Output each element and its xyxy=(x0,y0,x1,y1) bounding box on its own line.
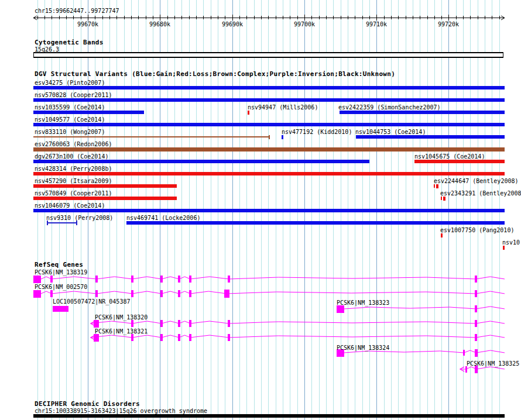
refseq-exon-box[interactable] xyxy=(475,349,478,357)
decipher-section-title: DECIPHER Genomic Disorders xyxy=(35,401,140,408)
dgv-variant-label: nsv1046079 (Coe2014) xyxy=(35,202,105,209)
dgv-variant-label: nsv1044753 (Coe2014) xyxy=(355,129,426,136)
dgv-variant-label: nsv428314 (Perry2008b) xyxy=(35,166,112,173)
dgv-variant-endcap[interactable] xyxy=(269,135,270,139)
ruler-tick-label: 99670k xyxy=(77,21,98,28)
dgv-variant-label: nsv457290 (Itsara2009) xyxy=(35,178,112,185)
dgv-variant-label: nsv10 xyxy=(502,239,520,246)
refseq-gene-label: LOC100507472|NR_045387 xyxy=(53,298,130,305)
dgv-section-title: DGV Structural Variants (Blue:Gain;Red:L… xyxy=(35,71,395,78)
dgv-variant-label: nsv94947 (Mills2006) xyxy=(248,104,318,111)
refseq-exon-box[interactable] xyxy=(228,334,230,341)
cytoband-track[interactable] xyxy=(33,52,503,58)
refseq-exon-box[interactable] xyxy=(228,276,230,283)
refseq-exon-box[interactable] xyxy=(189,276,191,283)
dgv-variant-label: nsv477192 (Kidd2010) xyxy=(282,129,352,136)
dgv-variant-line[interactable] xyxy=(47,222,77,223)
ruler-tick-label: 99710k xyxy=(366,21,387,28)
refseq-exon-box[interactable] xyxy=(160,276,163,283)
refseq-exon-box[interactable] xyxy=(50,290,53,297)
refseq-exon-box[interactable] xyxy=(228,320,230,327)
refseq-section-title: RefSeq Genes xyxy=(35,261,83,268)
dgv-variant-tick[interactable] xyxy=(282,135,283,139)
refseq-gene-label: PCSK6|NM_138319 xyxy=(35,269,87,276)
refseq-exon-box[interactable] xyxy=(475,320,477,327)
refseq-exon-box[interactable] xyxy=(189,320,191,327)
dgv-variant-label: esv2422359 (SimonSanchez2007) xyxy=(338,104,441,111)
refseq-exon-box[interactable] xyxy=(178,320,180,327)
dgv-variant-label: esv2244647 (Bentley2008) xyxy=(434,178,519,185)
refseq-exon-box[interactable] xyxy=(53,306,68,312)
dgv-variant-bar[interactable] xyxy=(33,147,505,152)
refseq-exon-box[interactable] xyxy=(160,290,163,297)
dgv-variant-label: dgv2673n100 (Coe2014) xyxy=(35,153,108,160)
refseq-gene-label: PCSK6|NM_138323 xyxy=(337,299,389,307)
refseq-exon-box[interactable] xyxy=(178,334,180,341)
track-canvas xyxy=(0,0,521,420)
dgv-variant-label: nsv9310 (Perry2008) xyxy=(46,215,113,222)
dgv-variant-label: nsv570828 (Cooper2011) xyxy=(35,92,112,99)
dgv-variant-label: nsv1045675 (Coe2014) xyxy=(414,153,485,160)
ruler-tick-label: 99700k xyxy=(294,21,315,28)
refseq-gene-model[interactable] xyxy=(41,291,505,294)
refseq-gene-label: PCSK6|NM_138321 xyxy=(95,328,148,335)
dgv-variant-label: nsv570849 (Cooper2011) xyxy=(35,190,112,197)
refseq-exon-box[interactable] xyxy=(33,290,41,298)
dgv-variant-label: nsv833110 (Wong2007) xyxy=(35,129,105,136)
ruler-tick-label: 99680k xyxy=(149,21,170,28)
refseq-gene-model[interactable] xyxy=(344,307,505,309)
refseq-gene-label: PCSK6|NM_138324 xyxy=(337,345,389,352)
dgv-variant-label: esv1007750 (Pang2010) xyxy=(440,227,514,234)
dgv-variant-tick[interactable] xyxy=(441,233,443,237)
dgv-variant-line[interactable] xyxy=(33,136,270,137)
refseq-exon-box[interactable] xyxy=(189,290,191,297)
refseq-exon-box[interactable] xyxy=(33,276,41,283)
dgv-variant-label: esv2760063 (Redon2006) xyxy=(35,141,112,148)
region-coordinates: chr15:99662447..99727747 xyxy=(35,8,119,15)
ruler-tick-label: 99690k xyxy=(222,21,243,28)
refseq-exon-box[interactable] xyxy=(178,276,180,283)
refseq-exon-box[interactable] xyxy=(475,290,477,297)
refseq-gene-label: PCSK6|NM_138325 xyxy=(467,360,519,367)
refseq-exon-box[interactable] xyxy=(50,276,53,283)
refseq-exon-box[interactable] xyxy=(95,290,98,297)
refseq-gene-model[interactable] xyxy=(41,277,505,279)
dgv-variant-label: nsv1035599 (Coe2014) xyxy=(35,104,105,111)
genome-browser-view: chr15:99662447..99727747 Cytogenetic Ban… xyxy=(0,0,521,420)
refseq-exon-box[interactable] xyxy=(475,276,477,283)
refseq-exon-box[interactable] xyxy=(475,334,477,341)
refseq-gene-label: PCSK6|NM_002570 xyxy=(35,284,87,291)
dgv-variant-label: nsv1049577 (Coe2014) xyxy=(35,116,105,123)
dgv-variant-tick[interactable] xyxy=(503,246,505,250)
dgv-variant-label: esv2343291 (Bentley2008) xyxy=(440,190,521,197)
dgv-variant-label: nsv469741 (Locke2006) xyxy=(126,215,200,222)
refseq-exon-box[interactable] xyxy=(131,276,133,283)
refseq-exon-box[interactable] xyxy=(131,290,133,297)
refseq-gene-label: PCSK6|NM_138320 xyxy=(95,314,148,321)
cytoband-section-title: Cytogenetic Bands xyxy=(35,39,104,46)
ruler-tick-label: 99720k xyxy=(438,21,459,28)
dgv-variant-tick[interactable] xyxy=(443,197,445,201)
refseq-exon-box[interactable] xyxy=(178,290,180,297)
refseq-exon-box[interactable] xyxy=(463,350,465,356)
dgv-variant-label: esv34275 (Pinto2007) xyxy=(35,80,105,87)
refseq-exon-box[interactable] xyxy=(95,276,98,283)
dgv-variant-tick[interactable] xyxy=(436,184,438,188)
refseq-exon-box[interactable] xyxy=(160,334,163,341)
refseq-exon-box[interactable] xyxy=(475,305,477,312)
refseq-exon-box[interactable] xyxy=(189,334,191,341)
dgv-variant-tick[interactable] xyxy=(248,111,249,115)
refseq-exon-box[interactable] xyxy=(160,320,163,327)
refseq-exon-box[interactable] xyxy=(224,290,229,298)
decipher-region-bar[interactable] xyxy=(33,414,505,418)
